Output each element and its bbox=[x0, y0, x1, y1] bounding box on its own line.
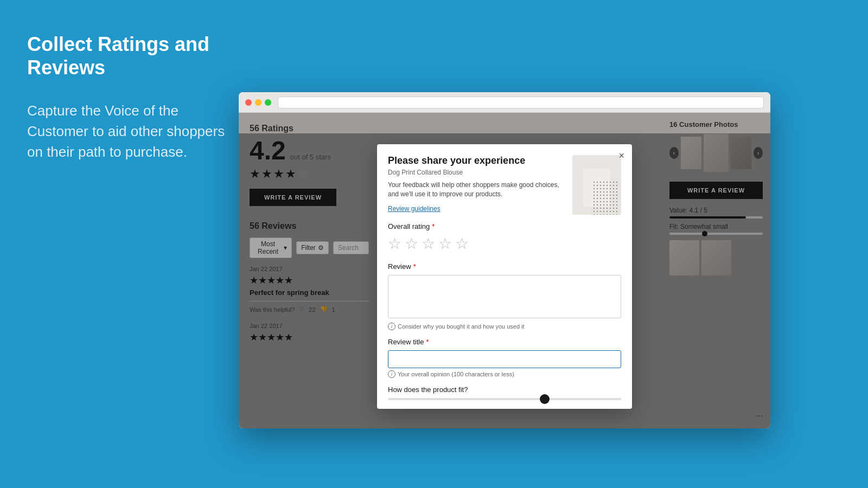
dot-red[interactable] bbox=[245, 99, 252, 106]
review-guidelines-link[interactable]: Review guidelines bbox=[388, 205, 441, 213]
browser-dots bbox=[245, 99, 271, 106]
blouse-pattern bbox=[592, 181, 617, 215]
review-title-label: Review title * bbox=[388, 338, 621, 346]
ratings-count: 56 Ratings bbox=[250, 124, 369, 133]
overall-rating-label: Overall rating * bbox=[388, 222, 621, 230]
review-title-input[interactable] bbox=[388, 350, 621, 368]
dot-green[interactable] bbox=[265, 99, 271, 106]
address-bar bbox=[278, 97, 764, 108]
review-field-label: Review * bbox=[388, 262, 621, 271]
fit-field-label: How does the product fit? bbox=[388, 386, 621, 394]
info-icon-2: i bbox=[388, 370, 395, 378]
info-icon-1: i bbox=[388, 323, 395, 330]
modal-header-text: Please share your experience Dog Print C… bbox=[388, 155, 565, 215]
modal-overlay: × Please share your experience Dog Print… bbox=[239, 133, 770, 428]
browser-content: 56 Ratings 4.2 out of 5 stars ★ ★ ★ ★ ☆ … bbox=[239, 113, 770, 428]
photos-title: 16 Customer Photos bbox=[669, 120, 763, 129]
blouse-silhouette bbox=[575, 158, 618, 212]
browser-bar bbox=[239, 92, 770, 113]
browser-window: 56 Ratings 4.2 out of 5 stars ★ ★ ★ ★ ☆ … bbox=[239, 92, 770, 428]
fit-thumb[interactable] bbox=[540, 394, 550, 404]
modal-header: Please share your experience Dog Print C… bbox=[377, 144, 632, 222]
review-modal: × Please share your experience Dog Print… bbox=[377, 144, 632, 409]
fit-section: How does the product fit? bbox=[388, 386, 621, 400]
review-textarea[interactable] bbox=[388, 275, 621, 318]
modal-product-image bbox=[572, 155, 621, 215]
modal-close-button[interactable]: × bbox=[618, 151, 624, 160]
left-panel: Collect Ratings and Reviews Capture the … bbox=[27, 33, 233, 162]
star-3[interactable]: ☆ bbox=[422, 235, 435, 253]
modal-product-name: Dog Print Collared Blouse bbox=[388, 169, 565, 176]
required-marker-3: * bbox=[426, 338, 429, 346]
modal-body: Overall rating * ☆ ☆ ☆ ☆ ☆ Review * bbox=[377, 222, 632, 409]
star-2[interactable]: ☆ bbox=[405, 235, 418, 253]
star-1[interactable]: ☆ bbox=[388, 235, 401, 253]
star-4[interactable]: ☆ bbox=[438, 235, 452, 253]
blouse-body bbox=[583, 169, 610, 207]
required-marker-1: * bbox=[432, 222, 435, 230]
fit-slider-container bbox=[388, 398, 621, 400]
main-heading: Collect Ratings and Reviews bbox=[27, 33, 233, 79]
sub-text: Capture the Voice of the Customer to aid… bbox=[27, 101, 233, 162]
modal-title: Please share your experience bbox=[388, 155, 565, 166]
star-5[interactable]: ☆ bbox=[455, 235, 469, 253]
review-title-hint: i Your overall opinion (100 characters o… bbox=[388, 370, 621, 378]
modal-description: Your feedback will help other shoppers m… bbox=[388, 181, 565, 199]
star-rating-row[interactable]: ☆ ☆ ☆ ☆ ☆ bbox=[388, 235, 621, 253]
review-hint: i Consider why you bought it and how you… bbox=[388, 323, 621, 330]
dot-yellow[interactable] bbox=[255, 99, 261, 106]
required-marker-2: * bbox=[413, 262, 416, 271]
